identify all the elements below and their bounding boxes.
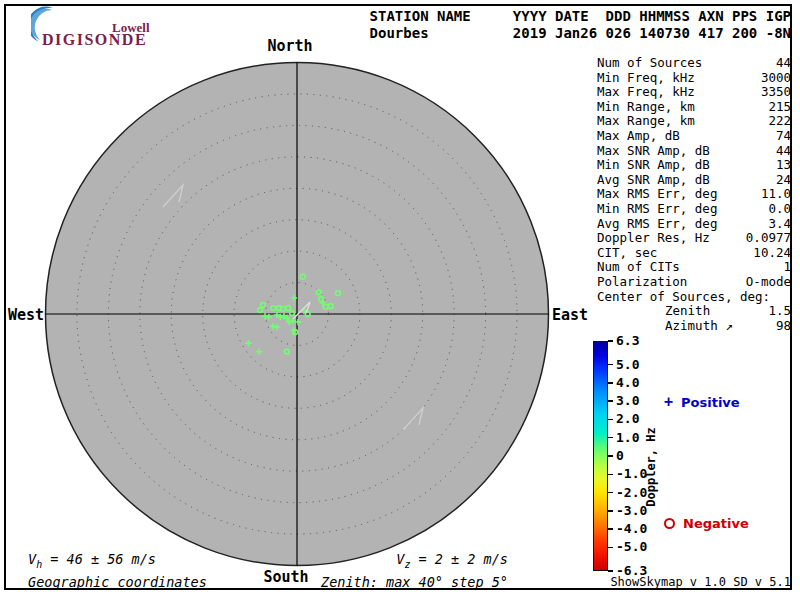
center-of-sources-rows: Zenith1.5Azimuth ↗98 xyxy=(597,304,791,333)
stat-row: Avg SNR Amp, dB24 xyxy=(597,173,791,188)
stat-value: 10.24 xyxy=(753,246,791,261)
stat-value: 3350 xyxy=(761,85,791,100)
stat-label: Min SNR Amp, dB xyxy=(597,158,710,173)
stat-row: Num of Sources44 xyxy=(597,56,791,71)
stat-value: 1 xyxy=(783,260,791,275)
stat-value: 3000 xyxy=(761,71,791,86)
colorbar-tick-label: -3.0 xyxy=(616,503,647,518)
stat-label: Avg SNR Amp, dB xyxy=(597,173,710,188)
colorbar-tick xyxy=(608,570,613,572)
colorbar-tick xyxy=(608,364,613,366)
stat-value: 3.4 xyxy=(768,217,791,232)
colorbar-tick-label: 3.0 xyxy=(616,393,639,408)
legend-negative: Negative xyxy=(664,516,749,531)
stat-label: Max Amp, dB xyxy=(597,129,680,144)
stat-label: Num of CITs xyxy=(597,260,680,275)
colorbar-title: Doppler, Hz xyxy=(644,427,658,506)
colorbar-tick-label: 6.3 xyxy=(616,333,639,348)
stat-row: Min SNR Amp, dB13 xyxy=(597,158,791,173)
stat-value: 44 xyxy=(776,56,791,71)
stat-label: Max RMS Err, deg xyxy=(597,187,717,202)
horizontal-velocity-value: Vh = 46 ± 56 m/s xyxy=(28,551,156,570)
stat-value: 0.0 xyxy=(768,202,791,217)
colorbar-tick xyxy=(608,474,613,476)
header-column-labels: STATION NAME YYYY DATE DDD HHMMSS AXN PP… xyxy=(370,8,791,24)
stat-label: Num of Sources xyxy=(597,56,702,71)
zenith-range-label: Zenith: max 40° step 5° xyxy=(321,574,508,590)
stat-row: Min Freq, kHz3000 xyxy=(597,71,791,86)
stat-row: Azimuth ↗98 xyxy=(597,319,791,334)
stat-label: Min Freq, kHz xyxy=(597,71,695,86)
stat-label: Avg RMS Err, deg xyxy=(597,217,717,232)
colorbar-tick xyxy=(608,528,613,530)
compass-south-label: South xyxy=(258,568,314,586)
stat-value: 44 xyxy=(776,144,791,159)
logo-digisonde-text: DIGISONDE xyxy=(42,31,147,49)
stat-label: Max Freq, kHz xyxy=(597,85,695,100)
colorbar-tick-label: 5.0 xyxy=(616,356,639,371)
stat-value: 0.0977 xyxy=(746,231,791,246)
stat-row: Doppler Res, Hz0.0977 xyxy=(597,231,791,246)
compass-east-label: East xyxy=(552,306,588,324)
stat-row: PolarizationO-mode xyxy=(597,275,791,290)
stat-row: CIT, sec10.24 xyxy=(597,246,791,261)
stat-value: O-mode xyxy=(746,275,791,290)
stat-row: Min Range, km215 xyxy=(597,100,791,115)
colorbar-tick xyxy=(608,455,613,457)
stat-value: 74 xyxy=(776,129,791,144)
skymap xyxy=(44,61,550,567)
stat-value: 13 xyxy=(776,158,791,173)
doppler-colorbar xyxy=(593,341,608,571)
stat-row: Num of CITs1 xyxy=(597,260,791,275)
stat-label: Max Range, km xyxy=(597,114,695,129)
stat-label: Min RMS Err, deg xyxy=(597,202,717,217)
colorbar-tick-label: -2.0 xyxy=(616,484,647,499)
colorbar-ticks: 6.35.04.03.02.01.00-1.0-2.0-3.0-4.0-5.0-… xyxy=(608,341,648,571)
colorbar-tick xyxy=(608,419,613,421)
legend-positive: + Positive xyxy=(664,395,740,410)
stat-row: Max Range, km222 xyxy=(597,114,791,129)
stat-label: Azimuth ↗ xyxy=(597,319,733,334)
stat-value: 11.0 xyxy=(761,187,791,202)
colorbar-tick-label: 4.0 xyxy=(616,375,639,390)
colorbar-tick xyxy=(608,400,613,402)
colorbar-tick-label: 1.0 xyxy=(616,429,639,444)
compass-west-label: West xyxy=(8,306,42,324)
colorbar-tick xyxy=(608,547,613,549)
stat-value: 98 xyxy=(776,319,791,334)
colorbar-tick-label: -1.0 xyxy=(616,466,647,481)
stat-label: Polarization xyxy=(597,275,687,290)
stat-label: Max SNR Amp, dB xyxy=(597,144,710,159)
stat-row: Max Freq, kHz3350 xyxy=(597,85,791,100)
stat-value: 1.5 xyxy=(768,304,791,319)
legend-negative-label: Negative xyxy=(683,516,749,531)
stat-row: Min RMS Err, deg0.0 xyxy=(597,202,791,217)
stat-label: Doppler Res, Hz xyxy=(597,231,710,246)
stat-value: 24 xyxy=(776,173,791,188)
vertical-velocity-value: Vz = 2 ± 2 m/s xyxy=(396,551,508,570)
stat-row: Zenith1.5 xyxy=(597,304,791,319)
stat-row: Avg RMS Err, deg3.4 xyxy=(597,217,791,232)
stat-label: Min Range, km xyxy=(597,100,695,115)
stat-label: Zenith xyxy=(597,304,710,319)
stat-row: Max SNR Amp, dB44 xyxy=(597,144,791,159)
colorbar-tick-label: 2.0 xyxy=(616,411,639,426)
colorbar-tick xyxy=(608,340,613,342)
colorbar-tick-label: -4.0 xyxy=(616,521,647,536)
stat-row: Max RMS Err, deg11.0 xyxy=(597,187,791,202)
colorbar-tick-label: 0 xyxy=(616,448,624,463)
positive-marker-icon: + xyxy=(664,396,673,409)
compass-north-label: North xyxy=(262,37,318,55)
header-station-values: Dourbes 2019 Jan26 026 140730 417 200 -8… xyxy=(370,25,791,41)
colorbar-tick xyxy=(608,510,613,512)
stats-panel: Num of Sources44Min Freq, kHz3000Max Fre… xyxy=(597,56,791,333)
stats-rows: Num of Sources44Min Freq, kHz3000Max Fre… xyxy=(597,56,791,290)
stat-label: CIT, sec xyxy=(597,246,657,261)
stat-value: 215 xyxy=(768,100,791,115)
colorbar-tick xyxy=(608,437,613,439)
legend-positive-label: Positive xyxy=(681,395,740,410)
colorbar-tick xyxy=(608,492,613,494)
colorbar-tick xyxy=(608,382,613,384)
software-version-label: ShowSkymap v 1.0 SD v 5.1 xyxy=(610,575,791,589)
coordinate-system-label: Geographic coordinates xyxy=(28,574,207,590)
